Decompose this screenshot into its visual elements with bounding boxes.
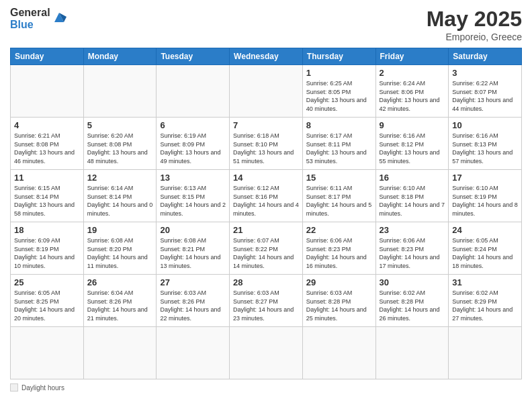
day-info: Sunrise: 6:02 AMSunset: 8:29 PMDaylight:… — [452, 289, 518, 322]
day-number: 18 — [14, 225, 80, 235]
day-info: Sunrise: 6:04 AMSunset: 8:26 PMDaylight:… — [87, 289, 153, 322]
calendar-cell: 15Sunrise: 6:11 AMSunset: 8:17 PMDayligh… — [302, 170, 375, 222]
header-wednesday: Wednesday — [230, 48, 303, 65]
day-number: 13 — [160, 173, 226, 183]
day-info: Sunrise: 6:06 AMSunset: 8:23 PMDaylight:… — [380, 236, 445, 270]
day-info: Sunrise: 6:24 AMSunset: 8:06 PMDaylight:… — [380, 79, 445, 113]
day-info: Sunrise: 6:19 AMSunset: 8:09 PMDaylight:… — [160, 132, 226, 165]
location: Emporeio, Greece — [427, 32, 522, 42]
header-thursday: Thursday — [302, 48, 375, 65]
calendar-cell: 29Sunrise: 6:03 AMSunset: 8:28 PMDayligh… — [302, 275, 375, 327]
day-number: 20 — [160, 225, 226, 235]
calendar-cell: 10Sunrise: 6:16 AMSunset: 8:13 PMDayligh… — [449, 118, 522, 170]
day-number: 7 — [233, 120, 299, 130]
calendar-cell: 18Sunrise: 6:09 AMSunset: 8:19 PMDayligh… — [11, 222, 84, 275]
day-info: Sunrise: 6:11 AMSunset: 8:17 PMDaylight:… — [306, 184, 372, 218]
calendar-week-row: 11Sunrise: 6:15 AMSunset: 8:14 PMDayligh… — [11, 170, 522, 222]
calendar-cell — [302, 327, 375, 379]
day-number: 9 — [380, 120, 445, 130]
calendar-cell: 25Sunrise: 6:05 AMSunset: 8:25 PMDayligh… — [11, 275, 84, 327]
calendar-cell — [230, 327, 303, 379]
day-info: Sunrise: 6:14 AMSunset: 8:14 PMDaylight:… — [87, 184, 153, 218]
calendar-cell: 4Sunrise: 6:21 AMSunset: 8:08 PMDaylight… — [11, 118, 84, 170]
calendar-cell — [449, 327, 522, 379]
day-info: Sunrise: 6:22 AMSunset: 8:07 PMDaylight:… — [452, 79, 518, 113]
calendar-cell: 16Sunrise: 6:10 AMSunset: 8:18 PMDayligh… — [375, 170, 449, 222]
day-number: 27 — [160, 277, 226, 287]
day-number: 2 — [380, 68, 445, 78]
calendar-cell: 3Sunrise: 6:22 AMSunset: 8:07 PMDaylight… — [449, 65, 522, 118]
calendar-cell: 12Sunrise: 6:14 AMSunset: 8:14 PMDayligh… — [83, 170, 157, 222]
calendar-week-row: 1Sunrise: 6:25 AMSunset: 8:05 PMDaylight… — [11, 65, 522, 118]
footer-box — [10, 383, 18, 392]
logo-blue: Blue — [10, 19, 50, 31]
day-info: Sunrise: 6:13 AMSunset: 8:15 PMDaylight:… — [160, 184, 226, 218]
calendar-cell: 23Sunrise: 6:06 AMSunset: 8:23 PMDayligh… — [375, 222, 449, 275]
page: General Blue May 2025 Emporeio, Greece S… — [0, 0, 532, 411]
calendar-cell: 9Sunrise: 6:16 AMSunset: 8:12 PMDaylight… — [375, 118, 449, 170]
day-info: Sunrise: 6:12 AMSunset: 8:16 PMDaylight:… — [233, 184, 299, 218]
calendar-cell: 8Sunrise: 6:17 AMSunset: 8:11 PMDaylight… — [302, 118, 375, 170]
day-info: Sunrise: 6:16 AMSunset: 8:13 PMDaylight:… — [452, 132, 518, 165]
day-number: 10 — [452, 120, 518, 130]
calendar-week-row: 4Sunrise: 6:21 AMSunset: 8:08 PMDaylight… — [11, 118, 522, 170]
day-info: Sunrise: 6:08 AMSunset: 8:20 PMDaylight:… — [87, 236, 153, 270]
day-number: 25 — [14, 277, 80, 287]
day-info: Sunrise: 6:15 AMSunset: 8:14 PMDaylight:… — [14, 184, 80, 218]
day-info: Sunrise: 6:17 AMSunset: 8:11 PMDaylight:… — [306, 132, 372, 165]
calendar-cell: 26Sunrise: 6:04 AMSunset: 8:26 PMDayligh… — [83, 275, 157, 327]
day-number: 6 — [160, 120, 226, 130]
day-number: 14 — [233, 173, 299, 183]
calendar: Sunday Monday Tuesday Wednesday Thursday… — [10, 48, 522, 379]
day-info: Sunrise: 6:03 AMSunset: 8:28 PMDaylight:… — [306, 289, 372, 322]
logo-text: General Blue — [10, 7, 50, 30]
calendar-cell: 27Sunrise: 6:03 AMSunset: 8:26 PMDayligh… — [157, 275, 230, 327]
header-sunday: Sunday — [11, 48, 84, 65]
day-info: Sunrise: 6:05 AMSunset: 8:24 PMDaylight:… — [452, 236, 518, 270]
day-number: 19 — [87, 225, 153, 235]
day-number: 8 — [306, 120, 372, 130]
calendar-cell — [157, 65, 230, 118]
header-friday: Friday — [375, 48, 449, 65]
day-info: Sunrise: 6:18 AMSunset: 8:10 PMDaylight:… — [233, 132, 299, 165]
logo-general: General — [10, 7, 50, 19]
calendar-cell — [157, 327, 230, 379]
day-number: 24 — [452, 225, 518, 235]
day-number: 31 — [452, 277, 518, 287]
calendar-cell — [375, 327, 449, 379]
calendar-cell: 1Sunrise: 6:25 AMSunset: 8:05 PMDaylight… — [302, 65, 375, 118]
calendar-cell: 22Sunrise: 6:06 AMSunset: 8:23 PMDayligh… — [302, 222, 375, 275]
day-info: Sunrise: 6:09 AMSunset: 8:19 PMDaylight:… — [14, 236, 80, 270]
logo: General Blue — [10, 7, 66, 30]
calendar-cell: 19Sunrise: 6:08 AMSunset: 8:20 PMDayligh… — [83, 222, 157, 275]
calendar-week-row: 25Sunrise: 6:05 AMSunset: 8:25 PMDayligh… — [11, 275, 522, 327]
calendar-cell — [83, 327, 157, 379]
day-number: 11 — [14, 173, 80, 183]
day-number: 29 — [306, 277, 372, 287]
calendar-cell: 11Sunrise: 6:15 AMSunset: 8:14 PMDayligh… — [11, 170, 84, 222]
day-info: Sunrise: 6:08 AMSunset: 8:21 PMDaylight:… — [160, 236, 226, 270]
logo-icon — [52, 10, 66, 25]
day-number: 1 — [306, 68, 372, 78]
day-info: Sunrise: 6:20 AMSunset: 8:08 PMDaylight:… — [87, 132, 153, 165]
day-info: Sunrise: 6:05 AMSunset: 8:25 PMDaylight:… — [14, 289, 80, 322]
day-number: 17 — [452, 173, 518, 183]
calendar-cell: 6Sunrise: 6:19 AMSunset: 8:09 PMDaylight… — [157, 118, 230, 170]
day-number: 28 — [233, 277, 299, 287]
day-info: Sunrise: 6:10 AMSunset: 8:19 PMDaylight:… — [452, 184, 518, 218]
month-title: May 2025 — [427, 7, 522, 32]
calendar-cell — [11, 65, 84, 118]
calendar-cell: 13Sunrise: 6:13 AMSunset: 8:15 PMDayligh… — [157, 170, 230, 222]
calendar-cell — [230, 65, 303, 118]
day-number: 21 — [233, 225, 299, 235]
day-info: Sunrise: 6:06 AMSunset: 8:23 PMDaylight:… — [306, 236, 372, 270]
day-info: Sunrise: 6:03 AMSunset: 8:27 PMDaylight:… — [233, 289, 299, 322]
calendar-cell: 21Sunrise: 6:07 AMSunset: 8:22 PMDayligh… — [230, 222, 303, 275]
day-info: Sunrise: 6:10 AMSunset: 8:18 PMDaylight:… — [380, 184, 445, 218]
day-info: Sunrise: 6:03 AMSunset: 8:26 PMDaylight:… — [160, 289, 226, 322]
header-tuesday: Tuesday — [157, 48, 230, 65]
day-number: 23 — [380, 225, 445, 235]
day-info: Sunrise: 6:25 AMSunset: 8:05 PMDaylight:… — [306, 79, 372, 113]
weekday-header-row: Sunday Monday Tuesday Wednesday Thursday… — [11, 48, 522, 65]
day-number: 16 — [380, 173, 445, 183]
